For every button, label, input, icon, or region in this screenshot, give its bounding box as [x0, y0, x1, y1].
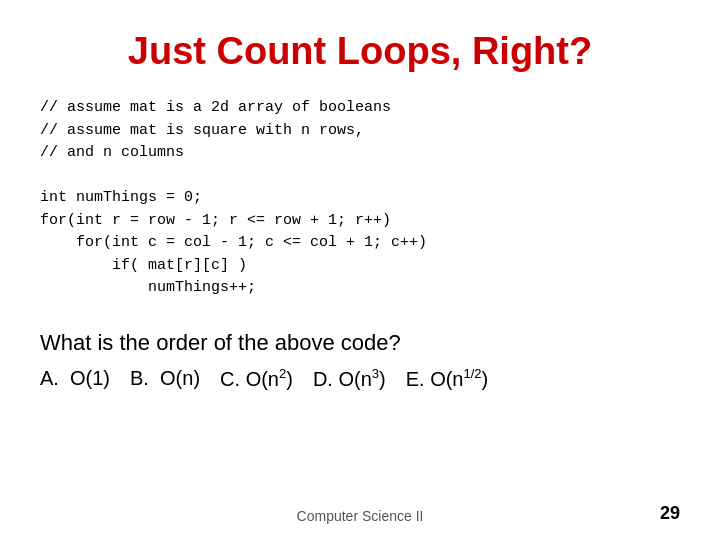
answer-d-base: O(n — [338, 367, 371, 389]
footer-title: Computer Science II — [0, 508, 720, 524]
answer-b-label: B. — [130, 367, 149, 389]
answer-e: E. O(n1/2) — [406, 366, 489, 391]
answer-d-close: ) — [379, 367, 386, 389]
answer-c-label: C. — [220, 367, 240, 389]
answer-e-close: ) — [482, 367, 489, 389]
answer-a-value: O(1) — [70, 367, 110, 389]
answer-d-sup: 3 — [372, 366, 379, 381]
answer-options: A. O(1) B. O(n) C. O(n2) D. O(n3) E. O(n… — [40, 366, 680, 391]
answer-c: C. O(n2) — [220, 366, 293, 391]
answer-e-base: O(n — [430, 367, 463, 389]
answer-c-base: O(n — [246, 367, 279, 389]
question-section: What is the order of the above code? A. … — [40, 330, 680, 391]
slide-container: Just Count Loops, Right? // assume mat i… — [0, 0, 720, 540]
answer-b-value: O(n) — [160, 367, 200, 389]
answer-d: D. O(n3) — [313, 366, 386, 391]
answer-e-sup: 1/2 — [464, 366, 482, 381]
code-block: // assume mat is a 2d array of booleans … — [40, 97, 680, 300]
answer-b: B. O(n) — [130, 367, 200, 390]
answer-a: A. O(1) — [40, 367, 110, 390]
answer-a-label: A. — [40, 367, 59, 389]
question-text: What is the order of the above code? — [40, 330, 680, 356]
answer-e-label: E. — [406, 367, 425, 389]
footer: Computer Science II — [0, 508, 720, 524]
page-number: 29 — [660, 503, 680, 524]
answer-c-close: ) — [286, 367, 293, 389]
slide-title: Just Count Loops, Right? — [40, 30, 680, 73]
answer-d-label: D. — [313, 367, 333, 389]
